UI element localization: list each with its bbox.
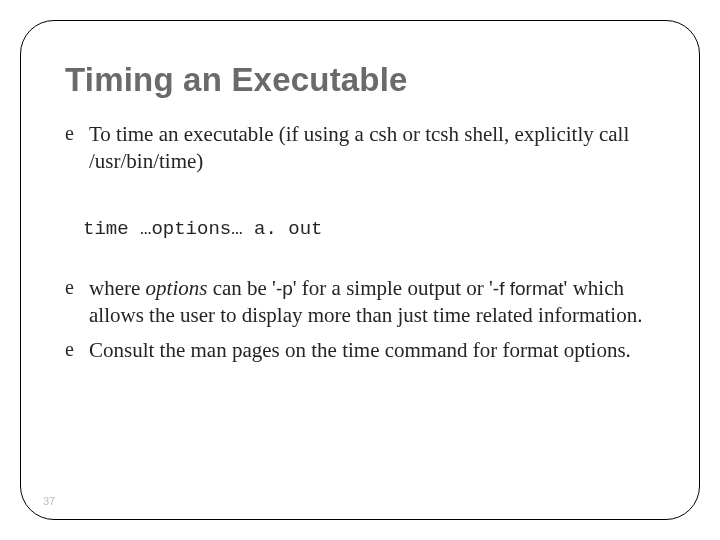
spacer [65, 183, 655, 197]
bullet-2-em: options [146, 276, 208, 300]
spacer [65, 261, 655, 275]
bullet-glyph: e [65, 277, 74, 297]
bullet-2-mid2: ' for a simple output or ' [293, 276, 493, 300]
bullet-glyph: e [65, 339, 74, 359]
bullet-2-pre: where [89, 276, 146, 300]
bullet-3-text: Consult the man pages on the time comman… [89, 338, 631, 362]
bullet-3: e Consult the man pages on the time comm… [65, 337, 655, 364]
bullet-glyph: e [65, 123, 74, 143]
bullet-2: e where options can be '-p' for a simple… [65, 275, 655, 329]
code-line: time …options… a. out [83, 217, 655, 241]
body: e To time an executable (if using a csh … [65, 121, 655, 364]
slide-frame: Timing an Executable e To time an execut… [20, 20, 700, 520]
bullet-2-code1: -p [276, 278, 293, 299]
page-number: 37 [43, 495, 55, 507]
slide-title: Timing an Executable [65, 61, 655, 99]
bullet-1: e To time an executable (if using a csh … [65, 121, 655, 175]
bullet-2-code2: -f format [493, 278, 564, 299]
bullet-1-text: To time an executable (if using a csh or… [89, 122, 629, 173]
bullet-2-mid1: can be ' [207, 276, 276, 300]
